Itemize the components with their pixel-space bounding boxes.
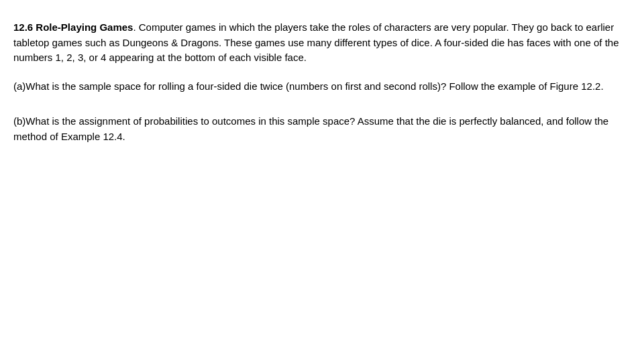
page-content: 12.6 Role-Playing Games. Computer games … xyxy=(0,0,644,171)
question-a-text: (a)What is the sample space for rolling … xyxy=(13,80,604,92)
intro-paragraph: 12.6 Role-Playing Games. Computer games … xyxy=(13,20,631,66)
question-a-paragraph: (a)What is the sample space for rolling … xyxy=(13,79,631,95)
question-b-text: (b)What is the assignment of probabiliti… xyxy=(13,115,608,142)
question-b-paragraph: (b)What is the assignment of probabiliti… xyxy=(13,114,631,144)
section-title: 12.6 Role-Playing Games xyxy=(13,21,133,33)
